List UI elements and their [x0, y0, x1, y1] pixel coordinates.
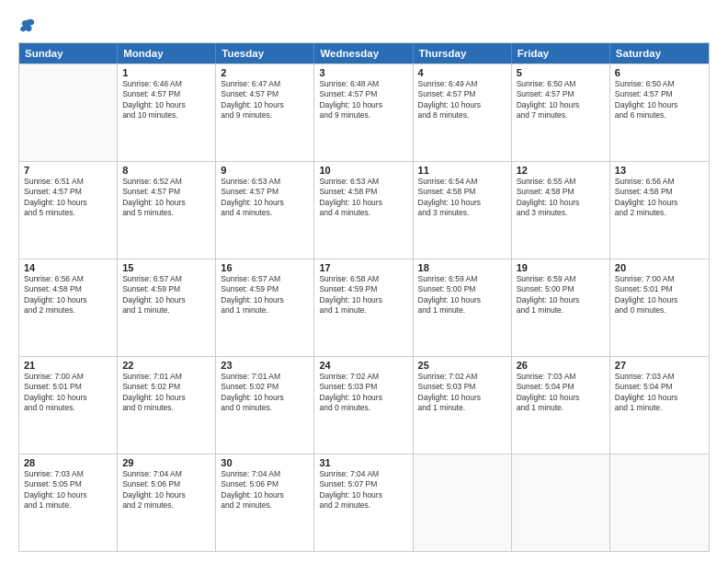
cal-cell: 25Sunrise: 7:02 AM Sunset: 5:03 PM Dayli… — [414, 357, 512, 454]
day-number: 25 — [418, 360, 506, 371]
day-info: Sunrise: 7:02 AM Sunset: 5:03 PM Dayligh… — [319, 372, 407, 414]
cal-cell: 6Sunrise: 6:50 AM Sunset: 4:57 PM Daylig… — [610, 64, 709, 161]
day-number: 22 — [122, 360, 210, 371]
day-info: Sunrise: 6:46 AM Sunset: 4:57 PM Dayligh… — [122, 79, 210, 121]
cal-cell: 4Sunrise: 6:49 AM Sunset: 4:57 PM Daylig… — [414, 64, 512, 161]
cal-cell: 12Sunrise: 6:55 AM Sunset: 4:58 PM Dayli… — [512, 162, 610, 259]
day-info: Sunrise: 7:03 AM Sunset: 5:04 PM Dayligh… — [615, 372, 704, 414]
cal-cell: 24Sunrise: 7:02 AM Sunset: 5:03 PM Dayli… — [314, 357, 413, 454]
cal-cell: 1Sunrise: 6:46 AM Sunset: 4:57 PM Daylig… — [118, 64, 216, 161]
day-number: 26 — [517, 360, 605, 371]
day-info: Sunrise: 7:01 AM Sunset: 5:02 PM Dayligh… — [122, 372, 210, 414]
cal-cell: 11Sunrise: 6:54 AM Sunset: 4:58 PM Dayli… — [414, 162, 512, 259]
cal-header-friday: Friday — [512, 43, 610, 63]
day-info: Sunrise: 6:53 AM Sunset: 4:58 PM Dayligh… — [319, 177, 407, 219]
day-number: 15 — [122, 262, 210, 273]
cal-cell — [19, 64, 118, 161]
calendar-header: SundayMondayTuesdayWednesdayThursdayFrid… — [19, 43, 709, 63]
day-info: Sunrise: 7:04 AM Sunset: 5:06 PM Dayligh… — [122, 469, 210, 511]
day-number: 23 — [221, 360, 309, 371]
day-number: 9 — [221, 165, 309, 176]
day-info: Sunrise: 6:57 AM Sunset: 4:59 PM Dayligh… — [122, 274, 210, 316]
day-info: Sunrise: 6:58 AM Sunset: 4:59 PM Dayligh… — [319, 274, 407, 316]
day-info: Sunrise: 7:03 AM Sunset: 5:05 PM Dayligh… — [24, 469, 112, 511]
day-number: 28 — [24, 457, 112, 468]
day-number: 6 — [615, 67, 704, 78]
cal-cell: 8Sunrise: 6:52 AM Sunset: 4:57 PM Daylig… — [118, 162, 216, 259]
day-info: Sunrise: 7:00 AM Sunset: 5:01 PM Dayligh… — [615, 274, 704, 316]
day-info: Sunrise: 6:47 AM Sunset: 4:57 PM Dayligh… — [221, 79, 309, 121]
cal-week-3: 14Sunrise: 6:56 AM Sunset: 4:58 PM Dayli… — [19, 259, 709, 356]
day-number: 30 — [221, 457, 309, 468]
cal-header-wednesday: Wednesday — [314, 43, 413, 63]
cal-cell: 23Sunrise: 7:01 AM Sunset: 5:02 PM Dayli… — [216, 357, 314, 454]
logo — [18, 17, 36, 33]
cal-cell: 19Sunrise: 6:59 AM Sunset: 5:00 PM Dayli… — [512, 259, 610, 356]
cal-cell: 9Sunrise: 6:53 AM Sunset: 4:57 PM Daylig… — [216, 162, 314, 259]
day-number: 12 — [517, 165, 605, 176]
cal-header-tuesday: Tuesday — [216, 43, 314, 63]
cal-cell: 22Sunrise: 7:01 AM Sunset: 5:02 PM Dayli… — [118, 357, 216, 454]
day-number: 1 — [122, 67, 210, 78]
cal-cell: 31Sunrise: 7:04 AM Sunset: 5:07 PM Dayli… — [314, 454, 413, 551]
day-info: Sunrise: 6:51 AM Sunset: 4:57 PM Dayligh… — [24, 177, 112, 219]
day-info: Sunrise: 6:49 AM Sunset: 4:57 PM Dayligh… — [418, 79, 506, 121]
day-number: 7 — [24, 165, 112, 176]
cal-header-saturday: Saturday — [610, 43, 709, 63]
day-number: 19 — [517, 262, 605, 273]
day-info: Sunrise: 6:53 AM Sunset: 4:57 PM Dayligh… — [221, 177, 309, 219]
cal-cell — [414, 454, 512, 551]
cal-header-sunday: Sunday — [19, 43, 118, 63]
cal-cell — [512, 454, 610, 551]
day-info: Sunrise: 7:00 AM Sunset: 5:01 PM Dayligh… — [24, 372, 112, 414]
cal-cell — [610, 454, 709, 551]
cal-cell: 13Sunrise: 6:56 AM Sunset: 4:58 PM Dayli… — [610, 162, 709, 259]
day-number: 17 — [319, 262, 407, 273]
day-number: 20 — [615, 262, 704, 273]
cal-header-monday: Monday — [118, 43, 216, 63]
day-number: 27 — [615, 360, 704, 371]
day-number: 4 — [418, 67, 506, 78]
day-info: Sunrise: 6:54 AM Sunset: 4:58 PM Dayligh… — [418, 177, 506, 219]
day-info: Sunrise: 6:52 AM Sunset: 4:57 PM Dayligh… — [122, 177, 210, 219]
cal-cell: 17Sunrise: 6:58 AM Sunset: 4:59 PM Dayli… — [314, 259, 413, 356]
cal-cell: 27Sunrise: 7:03 AM Sunset: 5:04 PM Dayli… — [610, 357, 709, 454]
day-number: 8 — [122, 165, 210, 176]
cal-cell: 21Sunrise: 7:00 AM Sunset: 5:01 PM Dayli… — [19, 357, 118, 454]
cal-cell: 14Sunrise: 6:56 AM Sunset: 4:58 PM Dayli… — [19, 259, 118, 356]
day-number: 29 — [122, 457, 210, 468]
calendar: SundayMondayTuesdayWednesdayThursdayFrid… — [18, 42, 710, 552]
cal-cell: 20Sunrise: 7:00 AM Sunset: 5:01 PM Dayli… — [610, 259, 709, 356]
day-info: Sunrise: 6:59 AM Sunset: 5:00 PM Dayligh… — [418, 274, 506, 316]
cal-week-1: 1Sunrise: 6:46 AM Sunset: 4:57 PM Daylig… — [19, 63, 709, 161]
cal-week-4: 21Sunrise: 7:00 AM Sunset: 5:01 PM Dayli… — [19, 356, 709, 454]
day-number: 13 — [615, 165, 704, 176]
day-number: 31 — [319, 457, 407, 468]
day-number: 10 — [319, 165, 407, 176]
cal-cell: 30Sunrise: 7:04 AM Sunset: 5:06 PM Dayli… — [216, 454, 314, 551]
day-info: Sunrise: 7:03 AM Sunset: 5:04 PM Dayligh… — [517, 372, 605, 414]
day-number: 21 — [24, 360, 112, 371]
day-number: 18 — [418, 262, 506, 273]
day-info: Sunrise: 6:56 AM Sunset: 4:58 PM Dayligh… — [615, 177, 704, 219]
cal-cell: 28Sunrise: 7:03 AM Sunset: 5:05 PM Dayli… — [19, 454, 118, 551]
day-info: Sunrise: 7:04 AM Sunset: 5:07 PM Dayligh… — [319, 469, 407, 511]
day-number: 2 — [221, 67, 309, 78]
header — [18, 17, 710, 33]
day-info: Sunrise: 6:50 AM Sunset: 4:57 PM Dayligh… — [615, 79, 704, 121]
day-number: 3 — [319, 67, 407, 78]
day-number: 16 — [221, 262, 309, 273]
cal-cell: 5Sunrise: 6:50 AM Sunset: 4:57 PM Daylig… — [512, 64, 610, 161]
calendar-body: 1Sunrise: 6:46 AM Sunset: 4:57 PM Daylig… — [19, 63, 709, 551]
cal-cell: 7Sunrise: 6:51 AM Sunset: 4:57 PM Daylig… — [19, 162, 118, 259]
cal-cell: 18Sunrise: 6:59 AM Sunset: 5:00 PM Dayli… — [414, 259, 512, 356]
day-number: 5 — [517, 67, 605, 78]
day-info: Sunrise: 6:48 AM Sunset: 4:57 PM Dayligh… — [319, 79, 407, 121]
day-info: Sunrise: 6:50 AM Sunset: 4:57 PM Dayligh… — [517, 79, 605, 121]
day-info: Sunrise: 7:01 AM Sunset: 5:02 PM Dayligh… — [221, 372, 309, 414]
cal-cell: 3Sunrise: 6:48 AM Sunset: 4:57 PM Daylig… — [314, 64, 413, 161]
cal-cell: 26Sunrise: 7:03 AM Sunset: 5:04 PM Dayli… — [512, 357, 610, 454]
cal-week-2: 7Sunrise: 6:51 AM Sunset: 4:57 PM Daylig… — [19, 161, 709, 259]
day-number: 11 — [418, 165, 506, 176]
day-info: Sunrise: 6:55 AM Sunset: 4:58 PM Dayligh… — [517, 177, 605, 219]
